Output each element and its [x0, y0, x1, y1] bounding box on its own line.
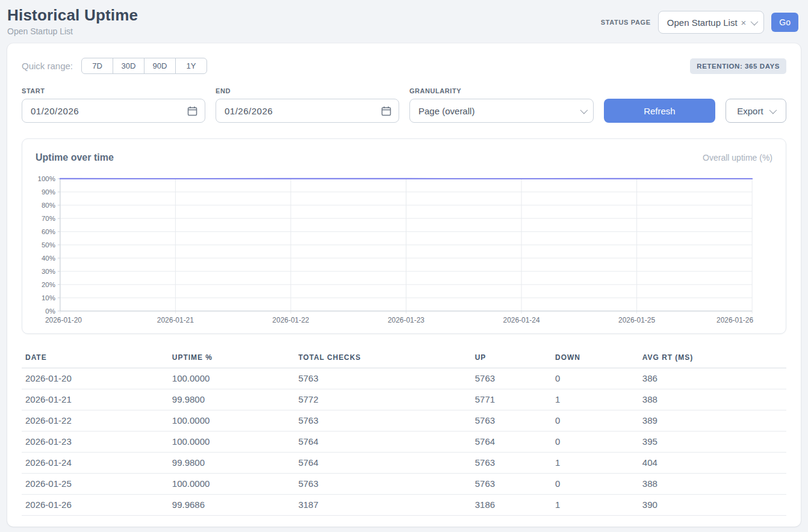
cell-date: 2026-01-20 — [22, 368, 169, 389]
cell-date: 2026-01-24 — [22, 452, 169, 473]
header-right: STATUS PAGE Open Startup List × Go — [601, 11, 798, 34]
refresh-button[interactable]: Refresh — [604, 99, 715, 123]
y-tick-label: 10% — [42, 294, 55, 302]
controls-row: START 01/20/2026 END 01/26/2026 GRANULAR… — [22, 87, 786, 123]
cell-down: 0 — [552, 431, 639, 452]
cell-avg-rt: 386 — [639, 368, 786, 389]
column-header-uptime-pct: UPTIME % — [169, 348, 295, 368]
status-page-select[interactable]: Open Startup List × — [658, 11, 765, 34]
y-tick-label: 30% — [42, 268, 55, 275]
quick-range-1y[interactable]: 1Y — [175, 58, 207, 74]
cell-uptime-pct: 99.9800 — [169, 452, 295, 473]
y-tick-label: 60% — [42, 228, 55, 235]
end-label: END — [216, 87, 399, 94]
cell-uptime-pct: 100.0000 — [169, 431, 295, 452]
chevron-down-icon — [769, 106, 777, 114]
export-button[interactable]: Export — [726, 99, 786, 123]
column-header-avg-rt: AVG RT (MS) — [639, 348, 786, 368]
cell-date: 2026-01-23 — [22, 431, 169, 452]
column-header-total-checks: TOTAL CHECKS — [294, 348, 471, 368]
x-tick-label: 2026-01-24 — [503, 316, 540, 324]
top-header: Historical Uptime Open Startup List STAT… — [0, 0, 808, 43]
y-tick-label: 70% — [42, 215, 55, 222]
calendar-icon[interactable] — [187, 106, 197, 116]
calendar-icon[interactable] — [381, 106, 391, 116]
uptime-table: DATEUPTIME %TOTAL CHECKSUPDOWNAVG RT (MS… — [22, 348, 786, 516]
cell-avg-rt: 390 — [639, 494, 786, 515]
title-block: Historical Uptime Open Startup List — [7, 6, 138, 36]
cell-down: 1 — [552, 494, 639, 515]
end-date-value: 01/26/2026 — [225, 106, 273, 116]
chevron-down-icon — [751, 17, 759, 25]
cell-avg-rt: 395 — [639, 431, 786, 452]
cell-down: 0 — [552, 368, 639, 389]
x-tick-label: 2026-01-25 — [618, 316, 655, 324]
start-date-input[interactable]: 01/20/2026 — [22, 99, 205, 123]
table-row: 2026-01-22100.0000576357630389 — [22, 410, 786, 431]
table-body: 2026-01-20100.00005763576303862026-01-21… — [22, 368, 786, 515]
quick-range-label: Quick range: — [22, 61, 73, 71]
quick-range-30d[interactable]: 30D — [113, 58, 145, 74]
retention-badge: RETENTION: 365 DAYS — [690, 58, 786, 74]
y-tick-label: 50% — [42, 241, 55, 249]
chart-legend: Overall uptime (%) — [703, 153, 772, 162]
x-tick-label: 2026-01-26 — [716, 316, 753, 324]
clear-selection-icon[interactable]: × — [741, 18, 747, 27]
status-page-label: STATUS PAGE — [601, 19, 651, 26]
cell-up: 5763 — [471, 410, 552, 431]
x-tick-label: 2026-01-21 — [157, 316, 194, 324]
cell-down: 0 — [552, 473, 639, 494]
x-tick-label: 2026-01-22 — [272, 316, 309, 324]
cell-down: 0 — [552, 410, 639, 431]
x-tick-label: 2026-01-23 — [388, 316, 424, 324]
end-date-input[interactable]: 01/26/2026 — [216, 99, 399, 123]
y-tick-label: 40% — [42, 255, 55, 262]
column-header-date: DATE — [22, 348, 169, 368]
quick-range-90d[interactable]: 90D — [144, 58, 176, 74]
y-tick-label: 90% — [42, 188, 55, 196]
cell-uptime-pct: 100.0000 — [169, 368, 295, 389]
cell-date: 2026-01-26 — [22, 494, 169, 515]
y-tick-label: 100% — [38, 175, 55, 182]
cell-total-checks: 5763 — [294, 368, 471, 389]
cell-down: 1 — [552, 452, 639, 473]
table-head: DATEUPTIME %TOTAL CHECKSUPDOWNAVG RT (MS… — [22, 348, 786, 368]
cell-up: 5763 — [471, 452, 552, 473]
main-card: Quick range: 7D30D90D1Y RETENTION: 365 D… — [7, 43, 801, 527]
cell-up: 5763 — [471, 368, 552, 389]
cell-date: 2026-01-21 — [22, 389, 169, 410]
cell-total-checks: 5764 — [294, 452, 471, 473]
granularity-select[interactable]: Page (overall) — [409, 99, 594, 123]
table-row: 2026-01-23100.0000576457640395 — [22, 431, 786, 452]
quick-range-7d[interactable]: 7D — [81, 58, 113, 74]
y-tick-label: 0% — [45, 308, 55, 315]
cell-uptime-pct: 99.9800 — [169, 389, 295, 410]
table-row: 2026-01-2199.9800577257711388 — [22, 389, 786, 410]
start-label: START — [22, 87, 205, 94]
chevron-down-icon — [580, 106, 588, 114]
cell-uptime-pct: 100.0000 — [169, 473, 295, 494]
y-tick-label: 20% — [42, 281, 55, 288]
cell-total-checks: 5763 — [294, 410, 471, 431]
granularity-value: Page (overall) — [418, 106, 474, 116]
cell-up: 5764 — [471, 431, 552, 452]
status-page-value: Open Startup List — [667, 17, 738, 28]
page-title: Historical Uptime — [7, 6, 138, 25]
cell-total-checks: 5772 — [294, 389, 471, 410]
uptime-chart: 0%10%20%30%40%50%60%70%80%90%100%2026-01… — [36, 173, 772, 324]
cell-uptime-pct: 100.0000 — [169, 410, 295, 431]
table-row: 2026-01-2499.9800576457631404 — [22, 452, 786, 473]
y-tick-label: 80% — [42, 202, 55, 209]
go-button[interactable]: Go — [771, 13, 798, 32]
chart-card: Uptime over time Overall uptime (%) 0%10… — [22, 138, 786, 334]
table-row: 2026-01-2699.9686318731861390 — [22, 494, 786, 515]
cell-up: 5763 — [471, 473, 552, 494]
page-subtitle: Open Startup List — [7, 26, 138, 36]
column-header-up: UP — [471, 348, 552, 368]
cell-date: 2026-01-25 — [22, 473, 169, 494]
granularity-label: GRANULARITY — [409, 87, 594, 94]
cell-uptime-pct: 99.9686 — [169, 494, 295, 515]
cell-up: 5771 — [471, 389, 552, 410]
table-row: 2026-01-25100.0000576357630388 — [22, 473, 786, 494]
column-header-down: DOWN — [552, 348, 639, 368]
